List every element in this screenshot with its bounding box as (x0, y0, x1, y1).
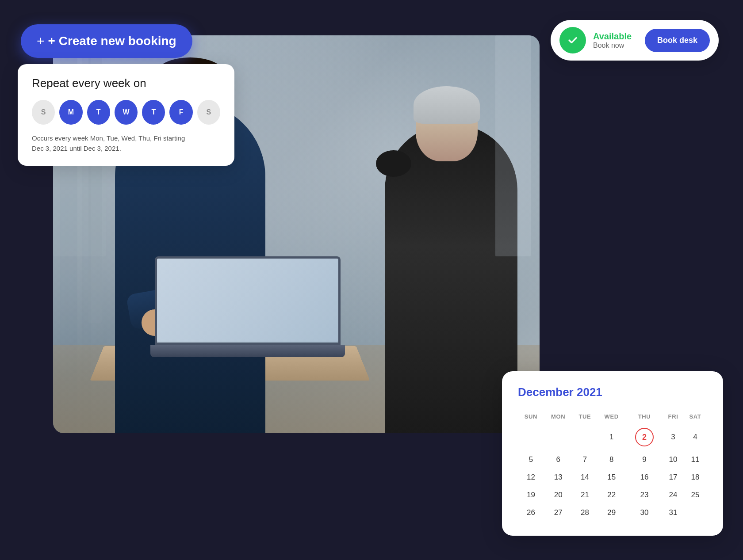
cal-day[interactable]: 18 (683, 469, 707, 486)
cal-day[interactable]: 15 (597, 469, 626, 486)
cal-day[interactable]: 30 (626, 504, 663, 522)
calendar-card: December 2021 SUN MON TUE WED THU FRI SA… (502, 371, 723, 536)
available-status-label: Available (593, 31, 638, 42)
create-booking-label: + Create new booking (48, 34, 176, 48)
cal-day[interactable]: 29 (597, 504, 626, 522)
cal-day[interactable]: 12 (518, 469, 544, 486)
cal-header-tue: TUE (572, 410, 597, 423)
book-desk-button[interactable]: Book desk (645, 29, 710, 52)
cal-day[interactable]: 5 (518, 451, 544, 469)
cal-day[interactable]: 27 (544, 504, 573, 522)
cal-day[interactable]: 17 (663, 469, 683, 486)
cal-day[interactable] (572, 423, 597, 451)
cal-day[interactable]: 21 (572, 486, 597, 504)
calendar-month-year: December 2021 (518, 385, 707, 399)
cal-day[interactable] (683, 504, 707, 522)
day-friday-button[interactable]: F (169, 100, 192, 125)
repeat-card-title: Repeat every week on (32, 76, 220, 90)
day-wednesday-button[interactable]: W (115, 100, 138, 125)
cal-day[interactable]: 23 (626, 486, 663, 504)
cal-day-today[interactable]: 2 (626, 423, 663, 451)
cal-header-thu: THU (626, 410, 663, 423)
cal-day[interactable]: 31 (663, 504, 683, 522)
available-card: Available Book now Book desk (551, 20, 719, 61)
calendar-grid: SUN MON TUE WED THU FRI SAT 1 2 3 4 (518, 410, 707, 522)
available-icon (559, 27, 586, 53)
cal-day[interactable]: 14 (572, 469, 597, 486)
cal-day[interactable]: 8 (597, 451, 626, 469)
cal-day[interactable]: 20 (544, 486, 573, 504)
book-now-label: Book now (593, 42, 638, 50)
cal-day[interactable]: 9 (626, 451, 663, 469)
cal-header-fri: FRI (663, 410, 683, 423)
cal-day[interactable]: 24 (663, 486, 683, 504)
plus-icon: + (37, 34, 45, 48)
cal-day[interactable]: 22 (597, 486, 626, 504)
day-thursday-button[interactable]: T (142, 100, 165, 125)
cal-day[interactable]: 4 (683, 423, 707, 451)
cal-day[interactable]: 13 (544, 469, 573, 486)
cal-day[interactable]: 3 (663, 423, 683, 451)
table-row: 5 6 7 8 9 10 11 (518, 451, 707, 469)
cal-day[interactable]: 16 (626, 469, 663, 486)
available-text: Available Book now (593, 31, 638, 50)
cal-header-sun: SUN (518, 410, 544, 423)
day-tuesday-button[interactable]: T (87, 100, 110, 125)
table-row: 1 2 3 4 (518, 423, 707, 451)
checkmark-icon (566, 33, 580, 47)
cal-day[interactable]: 10 (663, 451, 683, 469)
cal-day[interactable]: 6 (544, 451, 573, 469)
day-monday-button[interactable]: M (59, 100, 82, 125)
day-saturday-button[interactable]: S (197, 100, 220, 125)
cal-day[interactable] (518, 423, 544, 451)
cal-day[interactable]: 19 (518, 486, 544, 504)
day-sunday-button[interactable]: S (32, 100, 55, 125)
cal-header-wed: WED (597, 410, 626, 423)
create-booking-button[interactable]: + + Create new booking (21, 24, 192, 58)
cal-day[interactable]: 26 (518, 504, 544, 522)
cal-day[interactable]: 1 (597, 423, 626, 451)
cal-header-sat: SAT (683, 410, 707, 423)
day-buttons-group: S M T W T F S (32, 100, 220, 125)
repeat-card: Repeat every week on S M T W T F S Occur… (18, 64, 234, 166)
table-row: 26 27 28 29 30 31 (518, 504, 707, 522)
cal-day[interactable]: 7 (572, 451, 597, 469)
cal-header-mon: MON (544, 410, 573, 423)
repeat-description: Occurs every week Mon, Tue, Wed, Thu, Fr… (32, 133, 220, 153)
table-row: 19 20 21 22 23 24 25 (518, 486, 707, 504)
cal-day[interactable]: 28 (572, 504, 597, 522)
cal-day[interactable]: 25 (683, 486, 707, 504)
cal-day[interactable]: 11 (683, 451, 707, 469)
table-row: 12 13 14 15 16 17 18 (518, 469, 707, 486)
cal-day[interactable] (544, 423, 573, 451)
svg-point-0 (566, 34, 579, 46)
